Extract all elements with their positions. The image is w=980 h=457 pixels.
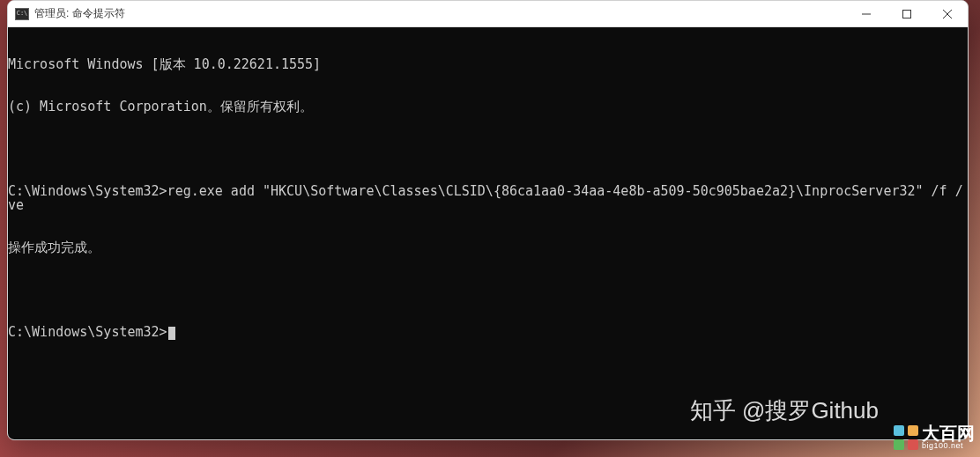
- window-title: 管理员: 命令提示符: [34, 6, 846, 21]
- maximize-icon: [902, 10, 911, 18]
- terminal-output[interactable]: Microsoft Windows [版本 10.0.22621.1555] (…: [8, 27, 968, 439]
- terminal-line: Microsoft Windows [版本 10.0.22621.1555]: [8, 57, 968, 71]
- close-button[interactable]: [927, 1, 968, 27]
- minimize-icon: [862, 10, 871, 18]
- cmd-icon: C:\: [15, 8, 29, 20]
- titlebar[interactable]: C:\ 管理员: 命令提示符: [8, 1, 968, 27]
- close-icon: [943, 10, 952, 18]
- terminal-line: [8, 142, 968, 156]
- terminal-line: 操作成功完成。: [8, 240, 968, 254]
- maximize-button[interactable]: [887, 1, 927, 27]
- big100-en: big100.net: [922, 442, 975, 450]
- svg-rect-1: [903, 11, 911, 18]
- cursor: [168, 327, 175, 340]
- window-controls: [846, 1, 968, 26]
- terminal-line: [8, 283, 968, 297]
- minimize-button[interactable]: [846, 1, 887, 27]
- terminal-prompt: C:\Windows\System32>: [8, 324, 167, 340]
- terminal-line: C:\Windows\System32>reg.exe add "HKCU\So…: [8, 184, 968, 212]
- command-prompt-window: C:\ 管理员: 命令提示符 Microsoft Windows [版本 10.…: [7, 0, 969, 440]
- terminal-prompt-line: C:\Windows\System32>: [8, 325, 968, 340]
- terminal-line: (c) Microsoft Corporation。保留所有权利。: [8, 100, 968, 114]
